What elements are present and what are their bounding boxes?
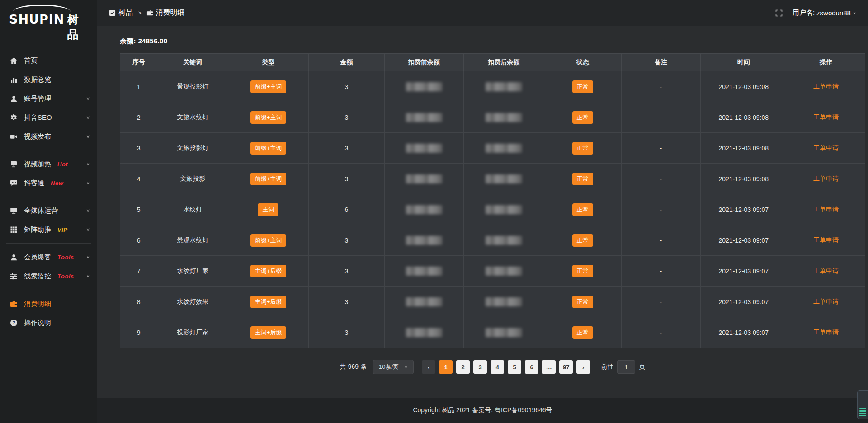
- username-value: zswodun88: [816, 9, 851, 17]
- sidebar-item-matrix-boost[interactable]: 矩阵助推 VIP ∨: [0, 220, 97, 239]
- cell-action: 工单申请: [787, 102, 865, 133]
- balance-label: 余额:: [120, 37, 136, 45]
- masked-balance-after: [486, 82, 522, 91]
- cell-remark: -: [622, 225, 701, 256]
- col-type: 类型: [228, 54, 308, 71]
- cell-time: 2021-12-03 09:08: [700, 164, 787, 194]
- sidebar-item-label: 操作说明: [24, 319, 51, 327]
- consumption-table: 序号 关键词 类型 金额 扣费前余额 扣费后余额 状态 备注 时间 操作 1 景…: [120, 53, 865, 348]
- table-row: 8 水纹灯效果 主词+后缀 3 正常 - 2021-12-03 09:07 工单…: [120, 287, 865, 317]
- cell-seq: 2: [120, 102, 157, 133]
- col-time: 时间: [700, 54, 787, 71]
- monitor-icon: [10, 207, 18, 215]
- cell-action: 工单申请: [787, 287, 865, 317]
- logo-text-en: SHUPIN: [9, 12, 64, 26]
- cell-seq: 8: [120, 287, 157, 317]
- sidebar-item-video-publish[interactable]: 视频发布 ∨: [0, 127, 97, 146]
- sidebar-item-consumption-detail[interactable]: 消费明细: [0, 294, 97, 313]
- breadcrumb-home-link[interactable]: 树品: [109, 8, 133, 18]
- chevron-down-icon: ∨: [86, 227, 90, 232]
- fullscreen-icon[interactable]: [775, 9, 783, 17]
- cell-time: 2021-12-03 09:07: [700, 317, 787, 348]
- chevron-down-icon: ∨: [86, 134, 90, 139]
- cell-balance-before: [385, 133, 464, 164]
- sidebar-item-douyin-seo[interactable]: 抖音SEO ∨: [0, 108, 97, 127]
- cell-time: 2021-12-03 09:07: [700, 287, 787, 317]
- work-order-link[interactable]: 工单申请: [813, 113, 839, 121]
- cell-balance-after: [463, 194, 544, 225]
- masked-balance-before: [406, 297, 442, 306]
- cell-seq: 7: [120, 256, 157, 287]
- work-order-link[interactable]: 工单申请: [813, 236, 839, 244]
- sidebar-item-operation-guide[interactable]: ? 操作说明: [0, 313, 97, 332]
- sidebar-menu: 首页 数据总览 账号管理 ∨ 抖音SEO ∨ 视频发布 ∨ 视频加热 Hot ∨…: [0, 51, 97, 423]
- work-order-link[interactable]: 工单申请: [813, 83, 839, 90]
- cell-status: 正常: [544, 194, 621, 225]
- table-body: 1 景观投影灯 前缀+主词 3 正常 - 2021-12-03 09:08 工单…: [120, 71, 865, 348]
- cell-balance-after: [463, 317, 544, 348]
- col-status: 状态: [544, 54, 621, 71]
- masked-balance-after: [486, 205, 522, 214]
- breadcrumb-separator: >: [138, 9, 142, 16]
- next-page-button[interactable]: ›: [576, 360, 590, 374]
- chat-icon: [10, 179, 18, 187]
- masked-balance-before: [406, 328, 442, 337]
- cell-keyword: 文旅投影: [157, 164, 228, 194]
- sidebar-item-douketong[interactable]: 抖客通 New ∨: [0, 174, 97, 193]
- page-button-1[interactable]: 1: [439, 360, 453, 374]
- page-button-3[interactable]: 3: [473, 360, 487, 374]
- cell-remark: -: [622, 164, 701, 194]
- work-order-link[interactable]: 工单申请: [813, 175, 839, 182]
- sidebar-item-label: 首页: [24, 56, 38, 65]
- cell-time: 2021-12-03 09:08: [700, 102, 787, 133]
- work-order-link[interactable]: 工单申请: [813, 298, 839, 305]
- cell-seq: 9: [120, 317, 157, 348]
- cell-balance-before: [385, 256, 464, 287]
- masked-balance-after: [486, 328, 522, 337]
- cell-type: 主词+后缀: [228, 256, 308, 287]
- sidebar-item-label: 账号管理: [24, 94, 51, 103]
- cell-type: 前缀+主词: [228, 133, 308, 164]
- work-order-link[interactable]: 工单申请: [813, 267, 839, 274]
- sidebar-item-member-baoke[interactable]: 会员爆客 Tools ∨: [0, 248, 97, 267]
- work-order-link[interactable]: 工单申请: [813, 329, 839, 336]
- goto-page-input[interactable]: [617, 360, 635, 374]
- video-icon: [10, 133, 18, 141]
- user-menu[interactable]: 用户名: zswodun88 ∨: [793, 9, 856, 17]
- sidebar-item-clue-monitor[interactable]: 线索监控 Tools ∨: [0, 267, 97, 286]
- sidebar-item-video-heat[interactable]: 视频加热 Hot ∨: [0, 155, 97, 174]
- pagination-total: 共 969 条: [340, 363, 367, 371]
- sidebar-item-data-overview[interactable]: 数据总览: [0, 70, 97, 89]
- cell-remark: -: [622, 102, 701, 133]
- sidebar-item-account-management[interactable]: 账号管理 ∨: [0, 89, 97, 108]
- cell-status: 正常: [544, 102, 621, 133]
- type-badge: 前缀+主词: [250, 111, 287, 124]
- chat-widget-lines-icon: [859, 407, 866, 416]
- chevron-down-icon: ∨: [853, 10, 856, 15]
- page-button-6[interactable]: 6: [525, 360, 538, 374]
- cell-status: 正常: [544, 164, 621, 194]
- masked-balance-after: [486, 236, 522, 245]
- page-button-5[interactable]: 5: [508, 360, 521, 374]
- chat-widget[interactable]: [857, 390, 868, 419]
- sidebar-item-home[interactable]: 首页: [0, 51, 97, 70]
- page-button-2[interactable]: 2: [456, 360, 470, 374]
- page-size-select[interactable]: 10条/页 ∨: [373, 360, 414, 374]
- sidebar-item-media-operation[interactable]: 全媒体运营 ∨: [0, 201, 97, 220]
- page-button-4[interactable]: 4: [491, 360, 504, 374]
- status-badge: 正常: [572, 265, 593, 277]
- menu-divider: [6, 290, 91, 290]
- cell-amount: 6: [308, 194, 384, 225]
- prev-page-button[interactable]: ‹: [422, 360, 435, 374]
- cell-balance-after: [463, 71, 544, 102]
- cell-action: 工单申请: [787, 71, 865, 102]
- cell-action: 工单申请: [787, 225, 865, 256]
- sidebar-item-label: 抖音SEO: [24, 113, 52, 122]
- more-pages-button[interactable]: …: [542, 360, 556, 374]
- sidebar-item-label: 会员爆客: [24, 253, 51, 262]
- page-button-97[interactable]: 97: [559, 360, 573, 374]
- type-badge: 主词+后缀: [250, 265, 287, 277]
- work-order-link[interactable]: 工单申请: [813, 144, 839, 151]
- cell-type: 前缀+主词: [228, 71, 308, 102]
- work-order-link[interactable]: 工单申请: [813, 206, 839, 213]
